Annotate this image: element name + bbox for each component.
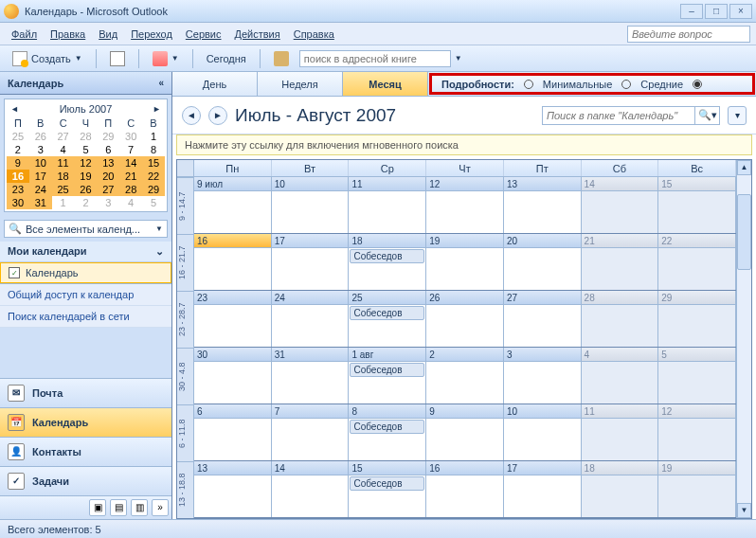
mini-cal-day[interactable]: 12 bbox=[75, 156, 98, 170]
mini-cal-day[interactable]: 4 bbox=[119, 196, 142, 209]
maximize-button[interactable]: □ bbox=[705, 4, 728, 19]
mini-cal-day[interactable]: 8 bbox=[142, 143, 165, 156]
detail-med-radio[interactable] bbox=[621, 80, 631, 89]
calendar-cell[interactable]: 31 bbox=[272, 348, 350, 404]
next-range-button[interactable]: ► bbox=[208, 106, 227, 125]
calendar-cell[interactable]: 9 bbox=[426, 404, 504, 460]
mini-cal-day[interactable]: 23 bbox=[7, 183, 29, 196]
mini-cal-day[interactable]: 1 bbox=[52, 196, 75, 209]
calendar-cell[interactable]: 4 bbox=[582, 348, 659, 404]
menu-go[interactable]: Переход bbox=[125, 26, 178, 43]
calendar-cell[interactable]: 8Собеседов bbox=[349, 404, 426, 460]
instant-search-hint[interactable]: Нажмите эту ссылку для включения мгновен… bbox=[176, 134, 752, 155]
chevron-down-icon[interactable]: ▼ bbox=[455, 54, 462, 63]
mini-cal-day[interactable]: 28 bbox=[119, 183, 142, 196]
calendar-cell[interactable]: 11 bbox=[349, 177, 426, 233]
calendar-cell[interactable]: 18 bbox=[582, 461, 659, 517]
share-calendar-link[interactable]: Общий доступ к календар bbox=[0, 284, 171, 306]
my-calendars-header[interactable]: Мои календари ⌄ bbox=[0, 242, 171, 262]
calendar-cell[interactable]: 1 авгСобеседов bbox=[349, 348, 426, 404]
categorize-button[interactable]: ▼ bbox=[146, 48, 186, 69]
calendar-cell[interactable]: 30 bbox=[194, 348, 272, 404]
calendar-cell[interactable]: 22 bbox=[658, 234, 736, 290]
mini-cal-day[interactable]: 10 bbox=[29, 156, 52, 170]
nav-calendar[interactable]: 📅Календарь bbox=[0, 407, 171, 437]
calendar-cell[interactable]: 10 bbox=[504, 404, 582, 460]
menu-actions[interactable]: Действия bbox=[229, 26, 286, 43]
menu-view[interactable]: Вид bbox=[93, 26, 123, 43]
view-day-tab[interactable]: День bbox=[172, 72, 258, 96]
mini-cal-day[interactable]: 5 bbox=[142, 196, 165, 209]
mini-cal-day[interactable]: 30 bbox=[119, 130, 142, 143]
calendar-event[interactable]: Собеседов bbox=[350, 306, 424, 320]
calendar-cell[interactable]: 21 bbox=[582, 234, 659, 290]
view-month-tab[interactable]: Месяц bbox=[343, 72, 428, 96]
mini-cal-day[interactable]: 1 bbox=[142, 130, 165, 143]
calendar-cell[interactable]: 19 bbox=[426, 234, 504, 290]
next-month-button[interactable]: ► bbox=[153, 104, 161, 114]
mini-cal-day[interactable]: 22 bbox=[142, 170, 165, 183]
mini-cal-day[interactable]: 14 bbox=[119, 156, 142, 170]
menu-file[interactable]: Файл bbox=[6, 26, 43, 43]
close-button[interactable]: × bbox=[729, 4, 752, 19]
mini-cal-day[interactable]: 13 bbox=[97, 156, 119, 170]
calendar-cell[interactable]: 2 bbox=[426, 348, 504, 404]
config-icon[interactable]: » bbox=[152, 499, 169, 516]
mini-cal-day[interactable]: 21 bbox=[119, 170, 142, 183]
calendar-cell[interactable]: 7 bbox=[272, 404, 350, 460]
detail-min-radio[interactable] bbox=[524, 80, 533, 89]
scroll-up-button[interactable]: ▲ bbox=[737, 160, 751, 175]
calendar-cell[interactable]: 16 bbox=[426, 461, 504, 517]
mini-cal-day[interactable]: 3 bbox=[97, 196, 119, 209]
calendar-item[interactable]: ✓ Календарь bbox=[0, 262, 171, 283]
calendar-event[interactable]: Собеседов bbox=[350, 363, 424, 377]
folder-search[interactable]: 🔍▾ bbox=[542, 106, 720, 125]
mini-cal-day[interactable]: 19 bbox=[75, 170, 98, 183]
nav-tasks[interactable]: ✓Задачи bbox=[0, 466, 171, 495]
prev-range-button[interactable]: ◄ bbox=[182, 106, 201, 125]
calendar-cell[interactable]: 23 bbox=[194, 291, 272, 347]
calendar-cell[interactable]: 12 bbox=[658, 404, 736, 460]
notes-icon[interactable]: ▥ bbox=[131, 499, 148, 516]
calendar-cell[interactable]: 24 bbox=[272, 291, 350, 347]
calendar-cell[interactable]: 20 bbox=[504, 234, 582, 290]
search-go-button[interactable]: 🔍▾ bbox=[694, 107, 719, 124]
mini-cal-day[interactable]: 26 bbox=[75, 183, 98, 196]
mini-cal-day[interactable]: 16 bbox=[7, 170, 29, 183]
calendar-cell[interactable]: 12 bbox=[426, 177, 504, 233]
detail-high-radio[interactable] bbox=[693, 80, 702, 89]
mini-cal-day[interactable]: 30 bbox=[7, 196, 29, 209]
nav-mail[interactable]: ✉Почта bbox=[0, 378, 171, 407]
calendar-cell[interactable]: 14 bbox=[582, 177, 659, 233]
menu-edit[interactable]: Правка bbox=[45, 26, 91, 43]
checkbox-icon[interactable]: ✓ bbox=[9, 267, 20, 278]
calendar-cell[interactable]: 18Собеседов bbox=[349, 234, 426, 290]
folder-search-input[interactable] bbox=[543, 110, 694, 121]
mini-cal-day[interactable]: 27 bbox=[52, 130, 75, 143]
menu-help[interactable]: Справка bbox=[288, 26, 340, 43]
calendar-cell[interactable]: 17 bbox=[504, 461, 582, 517]
mini-cal-day[interactable]: 20 bbox=[97, 170, 119, 183]
minimize-button[interactable]: – bbox=[680, 4, 703, 19]
calendar-cell[interactable]: 11 bbox=[582, 404, 659, 460]
mini-cal-day[interactable]: 29 bbox=[142, 183, 165, 196]
calendar-cell[interactable]: 25Собеседов bbox=[349, 291, 426, 347]
sidebar-header[interactable]: Календарь « bbox=[0, 72, 171, 95]
calendar-cell[interactable]: 27 bbox=[504, 291, 582, 347]
calendar-event[interactable]: Собеседов bbox=[350, 249, 424, 263]
mini-cal-day[interactable]: 31 bbox=[29, 196, 52, 209]
all-calendar-items-dropdown[interactable]: 🔍 Все элементы календ... ▼ bbox=[4, 220, 168, 238]
menu-tools[interactable]: Сервис bbox=[180, 26, 227, 43]
mini-calendar[interactable]: ◄ Июль 2007 ► ПВСЧПСВ2526272829301234567… bbox=[4, 99, 168, 212]
mini-cal-day[interactable]: 18 bbox=[52, 170, 75, 183]
mini-cal-day[interactable]: 7 bbox=[119, 143, 142, 156]
calendar-cell[interactable]: 3 bbox=[504, 348, 582, 404]
calendar-cell[interactable]: 16 bbox=[194, 234, 272, 290]
vertical-scrollbar[interactable]: ▲ ▼ bbox=[736, 160, 751, 518]
calendar-cell[interactable]: 5 bbox=[658, 348, 736, 404]
search-calendars-link[interactable]: Поиск календарей в сети bbox=[0, 306, 171, 328]
mini-cal-day[interactable]: 2 bbox=[75, 196, 98, 209]
mini-cal-day[interactable]: 4 bbox=[52, 143, 75, 156]
scroll-thumb[interactable] bbox=[737, 194, 751, 270]
mini-cal-day[interactable]: 26 bbox=[29, 130, 52, 143]
